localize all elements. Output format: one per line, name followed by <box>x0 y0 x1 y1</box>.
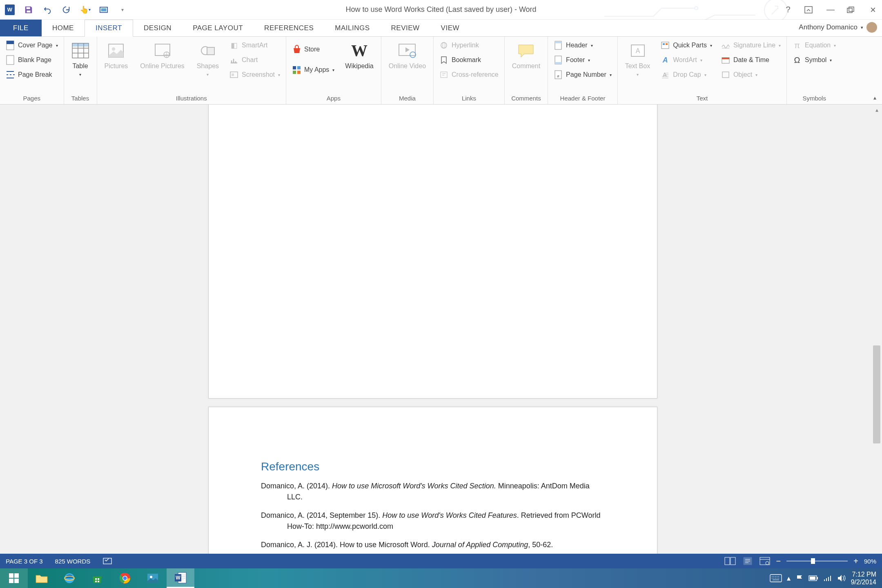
window-title: How to use Word Works Cited (Last saved … <box>345 5 536 14</box>
zoom-in-icon[interactable]: + <box>853 557 858 566</box>
touch-mode-icon[interactable]: 👆▾ <box>80 5 90 15</box>
bookmark-button[interactable]: Bookmark <box>438 55 500 65</box>
page-number-icon: # <box>554 70 563 79</box>
symbol-button[interactable]: ΩSymbol ▾ <box>791 55 837 65</box>
scroll-up-icon[interactable]: ▴ <box>871 105 882 115</box>
keyboard-icon[interactable] <box>770 574 782 582</box>
spellcheck-icon[interactable] <box>102 557 112 565</box>
task-photos[interactable] <box>139 568 167 588</box>
pictures-button[interactable]: Pictures <box>101 40 131 71</box>
volume-icon[interactable] <box>837 574 846 582</box>
svg-point-63 <box>123 577 127 580</box>
battery-icon[interactable] <box>808 575 818 581</box>
quick-parts-button[interactable]: Quick Parts ▾ <box>659 40 714 51</box>
text-box-button[interactable]: AText Box▾ <box>622 40 653 79</box>
wordart-button[interactable]: AWordArt ▾ <box>659 55 714 65</box>
start-button[interactable] <box>0 568 28 588</box>
page-current[interactable]: References Domanico, A. (2014). How to u… <box>208 407 657 562</box>
chart-button[interactable]: Chart <box>228 55 282 65</box>
quick-print-icon[interactable] <box>99 5 109 15</box>
titlebar: W 👆▾ ▾ How to use Word Works Cited (Last… <box>0 0 882 20</box>
wikipedia-icon: W <box>350 42 368 60</box>
page-previous[interactable] <box>208 105 657 399</box>
bookmark-icon <box>439 56 448 65</box>
page-number-button[interactable]: #Page Number ▾ <box>552 69 613 80</box>
comment-button[interactable]: Comment <box>509 40 543 71</box>
svg-point-50 <box>766 561 769 565</box>
reference-entry: Domanico, A. (2014, September 15). How t… <box>261 510 605 532</box>
redo-icon[interactable] <box>61 5 71 15</box>
close-icon[interactable]: × <box>868 4 878 16</box>
user-account[interactable]: Anthony Domanico ▾ <box>799 22 877 33</box>
drop-cap-button[interactable]: ADrop Cap ▾ <box>659 69 714 80</box>
web-layout-icon[interactable] <box>759 557 771 566</box>
document-canvas[interactable]: References Domanico, A. (2014). How to u… <box>0 105 882 562</box>
tab-references[interactable]: REFERENCES <box>254 20 324 36</box>
page-break-button[interactable]: Page Break <box>4 69 60 80</box>
cover-page-button[interactable]: Cover Page ▾ <box>4 40 60 51</box>
equation-icon: π <box>793 41 802 50</box>
tab-insert[interactable]: INSERT <box>85 20 133 37</box>
task-chrome[interactable] <box>111 568 139 588</box>
undo-icon[interactable] <box>42 5 52 15</box>
online-pictures-button[interactable]: Online Pictures <box>137 40 188 71</box>
task-store[interactable] <box>83 568 111 588</box>
print-layout-icon[interactable] <box>742 557 753 566</box>
svg-rect-53 <box>9 579 13 583</box>
screenshot-button[interactable]: Screenshot ▾ <box>228 69 282 80</box>
task-ie[interactable] <box>56 568 83 588</box>
group-apps: Store My Apps ▾ WWikipedia Apps <box>286 37 381 104</box>
tray-chevron-icon[interactable]: ▴ <box>787 574 791 583</box>
blank-page-button[interactable]: Blank Page <box>4 55 60 65</box>
equation-button[interactable]: πEquation ▾ <box>791 40 837 51</box>
customize-qat-icon[interactable]: ▾ <box>118 5 127 15</box>
smartart-button[interactable]: ◧SmartArt <box>228 40 282 51</box>
object-button[interactable]: Object ▾ <box>719 69 782 80</box>
task-file-explorer[interactable] <box>28 568 56 588</box>
flag-icon[interactable] <box>795 574 804 582</box>
read-mode-icon[interactable] <box>724 557 736 566</box>
group-media: Online Video Media <box>381 37 434 104</box>
store-button[interactable]: Store <box>290 44 336 55</box>
zoom-out-icon[interactable]: − <box>776 557 781 566</box>
date-time-button[interactable]: Date & Time <box>719 55 782 65</box>
tab-review[interactable]: REVIEW <box>381 20 430 36</box>
tab-page-layout[interactable]: PAGE LAYOUT <box>182 20 254 36</box>
wikipedia-button[interactable]: WWikipedia <box>342 40 376 71</box>
svg-rect-39 <box>663 43 665 45</box>
scroll-thumb[interactable] <box>873 345 880 443</box>
page-indicator[interactable]: PAGE 3 OF 3 <box>6 558 43 565</box>
footer-button[interactable]: Footer ▾ <box>552 55 613 65</box>
zoom-level[interactable]: 90% <box>864 558 876 565</box>
word-count[interactable]: 825 WORDS <box>55 558 91 565</box>
table-button[interactable]: Table ▾ <box>68 40 93 79</box>
signature-line-button[interactable]: Signature Line ▾ <box>719 40 782 51</box>
ribbon-display-icon[interactable] <box>804 6 814 13</box>
svg-rect-59 <box>95 581 97 582</box>
cross-reference-button[interactable]: Cross-reference <box>438 69 500 80</box>
datetime-icon <box>721 56 730 65</box>
header-button[interactable]: Header ▾ <box>552 40 613 51</box>
save-icon[interactable] <box>24 5 33 15</box>
tab-home[interactable]: HOME <box>42 20 85 36</box>
minimize-icon[interactable]: — <box>826 5 835 14</box>
hyperlink-button[interactable]: Hyperlink <box>438 40 500 51</box>
task-word[interactable]: W <box>167 568 194 588</box>
tab-design[interactable]: DESIGN <box>133 20 182 36</box>
maximize-icon[interactable] <box>847 7 857 13</box>
hyperlink-icon <box>439 41 448 50</box>
tab-mailings[interactable]: MAILINGS <box>324 20 380 36</box>
wifi-icon[interactable] <box>823 575 832 582</box>
word-app-icon[interactable]: W <box>5 5 15 15</box>
clock[interactable]: 7:12 PM 9/2/2014 <box>851 570 876 586</box>
zoom-slider[interactable] <box>786 561 848 561</box>
myapps-button[interactable]: My Apps ▾ <box>290 65 336 75</box>
vertical-scrollbar[interactable]: ▴ ▾ <box>871 105 882 562</box>
collapse-ribbon-icon[interactable]: ▴ <box>873 94 876 101</box>
tab-file[interactable]: FILE <box>0 20 42 36</box>
help-icon[interactable]: ? <box>783 5 793 14</box>
cover-page-icon <box>6 41 15 50</box>
online-video-button[interactable]: Online Video <box>385 40 429 71</box>
shapes-button[interactable]: Shapes▾ <box>194 40 222 79</box>
tab-view[interactable]: VIEW <box>430 20 470 36</box>
